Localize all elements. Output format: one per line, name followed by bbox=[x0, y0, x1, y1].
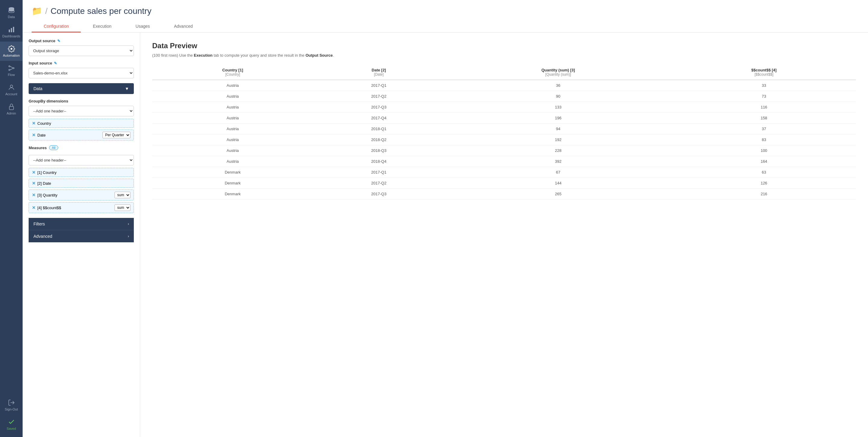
sidebar-item-flow[interactable]: Flow bbox=[0, 61, 23, 80]
col-country: Country [1] [Country] bbox=[152, 65, 313, 80]
table-cell: 100 bbox=[672, 145, 856, 156]
table-cell: 158 bbox=[672, 113, 856, 124]
table-cell: 144 bbox=[444, 178, 672, 189]
table-row: Denmark2017-Q3265216 bbox=[152, 189, 856, 199]
advanced-button[interactable]: Advanced › bbox=[29, 230, 134, 242]
tab-usages[interactable]: Usages bbox=[124, 21, 162, 33]
groupby-tag-country-label: Country bbox=[37, 121, 130, 126]
table-cell: 192 bbox=[444, 134, 672, 145]
table-row: Denmark2017-Q16763 bbox=[152, 167, 856, 178]
chart-icon bbox=[8, 26, 15, 33]
measures-add-select[interactable]: --Add one header-- bbox=[29, 155, 134, 165]
sidebar-item-data[interactable]: Data bbox=[0, 3, 23, 22]
tab-execution[interactable]: Execution bbox=[81, 21, 123, 33]
sidebar-label-account: Account bbox=[5, 92, 18, 96]
groupby-section: GroupBy dimensions --Add one header-- ✕ … bbox=[29, 99, 134, 141]
table-cell: Austria bbox=[152, 102, 313, 113]
measures-tag-count-select[interactable]: sum bbox=[115, 204, 130, 211]
left-panel: Output source ✎ Output storage Input sou… bbox=[23, 33, 140, 437]
table-row: Austria2017-Q29073 bbox=[152, 91, 856, 102]
output-source-edit-icon[interactable]: ✎ bbox=[57, 39, 60, 43]
header: 📁 / Compute sales per country Configurat… bbox=[23, 0, 868, 33]
sidebar-label-saved: Saved bbox=[7, 427, 16, 430]
sidebar-item-saved[interactable]: Saved bbox=[0, 415, 23, 434]
table-cell: 36 bbox=[444, 80, 672, 91]
table-cell: 164 bbox=[672, 156, 856, 167]
sidebar-label-data: Data bbox=[8, 15, 15, 19]
table-cell: Denmark bbox=[152, 189, 313, 199]
measures-all-badge[interactable]: All bbox=[49, 145, 58, 150]
sidebar-label-admin: Admin bbox=[7, 112, 16, 115]
input-source-edit-icon[interactable]: ✎ bbox=[54, 61, 57, 65]
data-button[interactable]: Data ▼ bbox=[29, 83, 134, 94]
table-header: Country [1] [Country] Date [2] [Date] Qu… bbox=[152, 65, 856, 80]
sidebar-label-dashboards: Dashboards bbox=[2, 34, 20, 38]
filters-button[interactable]: Filters › bbox=[29, 218, 134, 230]
table-cell: 37 bbox=[672, 124, 856, 134]
bottom-buttons: Filters › Advanced › bbox=[29, 218, 134, 242]
table-cell: 33 bbox=[672, 80, 856, 91]
svg-line-9 bbox=[10, 68, 13, 70]
table-cell: 116 bbox=[672, 102, 856, 113]
tab-advanced[interactable]: Advanced bbox=[162, 21, 205, 33]
table-row: Austria2017-Q4196158 bbox=[152, 113, 856, 124]
sidebar: Data Dashboards Automation Flow Account … bbox=[0, 0, 23, 437]
measures-tag-count: ✕ [4] $$count$$ sum bbox=[29, 202, 134, 213]
sidebar-label-flow: Flow bbox=[8, 73, 15, 76]
filters-chevron: › bbox=[128, 222, 129, 226]
tabs-bar: Configuration Execution Usages Advanced bbox=[32, 21, 859, 32]
svg-point-10 bbox=[10, 85, 13, 87]
sidebar-item-automation[interactable]: Automation bbox=[0, 41, 23, 61]
groupby-tag-date-select[interactable]: Per Quarter bbox=[102, 132, 130, 138]
measures-tag-quantity-select[interactable]: sum bbox=[115, 192, 130, 198]
table-cell: 2018-Q1 bbox=[313, 124, 444, 134]
table-cell: 2018-Q4 bbox=[313, 156, 444, 167]
col-quantity: Quantity (sum) [3] [Quantity (sum)] bbox=[444, 65, 672, 80]
check-icon bbox=[8, 418, 15, 426]
preview-description: (100 first rows) Use the Execution tab t… bbox=[152, 53, 856, 58]
table-cell: 392 bbox=[444, 156, 672, 167]
signout-icon bbox=[8, 399, 15, 406]
table-cell: 63 bbox=[672, 167, 856, 178]
data-button-chevron: ▼ bbox=[125, 86, 129, 91]
sidebar-item-signout[interactable]: Sign-Out bbox=[0, 396, 23, 415]
measures-tag-date-remove[interactable]: ✕ bbox=[32, 181, 36, 186]
measures-tag-count-label: [4] $$count$$ bbox=[37, 206, 113, 210]
table-cell: Austria bbox=[152, 80, 313, 91]
sidebar-item-admin[interactable]: Admin bbox=[0, 99, 23, 119]
measures-tag-country-remove[interactable]: ✕ bbox=[32, 170, 36, 175]
output-source-select[interactable]: Output storage bbox=[29, 45, 134, 56]
groupby-tag-date-remove[interactable]: ✕ bbox=[32, 133, 36, 137]
output-source-label: Output source ✎ bbox=[29, 38, 134, 43]
table-cell: Austria bbox=[152, 124, 313, 134]
table-row: Austria2018-Q4392164 bbox=[152, 156, 856, 167]
groupby-tag-country-remove[interactable]: ✕ bbox=[32, 121, 36, 126]
svg-point-4 bbox=[10, 48, 12, 50]
table-cell: 2017-Q2 bbox=[313, 178, 444, 189]
table-cell: 228 bbox=[444, 145, 672, 156]
table-row: Austria2017-Q13633 bbox=[152, 80, 856, 91]
measures-tag-quantity: ✕ [3] Quantity sum bbox=[29, 190, 134, 200]
table-cell: 216 bbox=[672, 189, 856, 199]
svg-point-6 bbox=[9, 69, 10, 70]
measures-tag-date-label: [2] Date bbox=[37, 181, 130, 186]
main-content: 📁 / Compute sales per country Configurat… bbox=[23, 0, 868, 437]
groupby-tag-date-label: Date bbox=[37, 133, 101, 137]
input-source-select[interactable]: Sales-demo-en.xlsx bbox=[29, 68, 134, 79]
col-date: Date [2] [Date] bbox=[313, 65, 444, 80]
table-cell: Denmark bbox=[152, 167, 313, 178]
table-cell: 73 bbox=[672, 91, 856, 102]
database-icon bbox=[8, 7, 15, 14]
table-cell: Austria bbox=[152, 113, 313, 124]
sidebar-item-account[interactable]: Account bbox=[0, 80, 23, 99]
measures-label: Measures bbox=[29, 146, 47, 150]
measures-tag-quantity-remove[interactable]: ✕ bbox=[32, 193, 36, 197]
sidebar-item-dashboards[interactable]: Dashboards bbox=[0, 22, 23, 41]
groupby-add-select[interactable]: --Add one header-- bbox=[29, 106, 134, 116]
table-cell: 126 bbox=[672, 178, 856, 189]
measures-tag-count-remove[interactable]: ✕ bbox=[32, 205, 36, 210]
table-cell: 94 bbox=[444, 124, 672, 134]
tab-configuration[interactable]: Configuration bbox=[32, 21, 81, 33]
table-cell: 2018-Q2 bbox=[313, 134, 444, 145]
table-cell: 133 bbox=[444, 102, 672, 113]
